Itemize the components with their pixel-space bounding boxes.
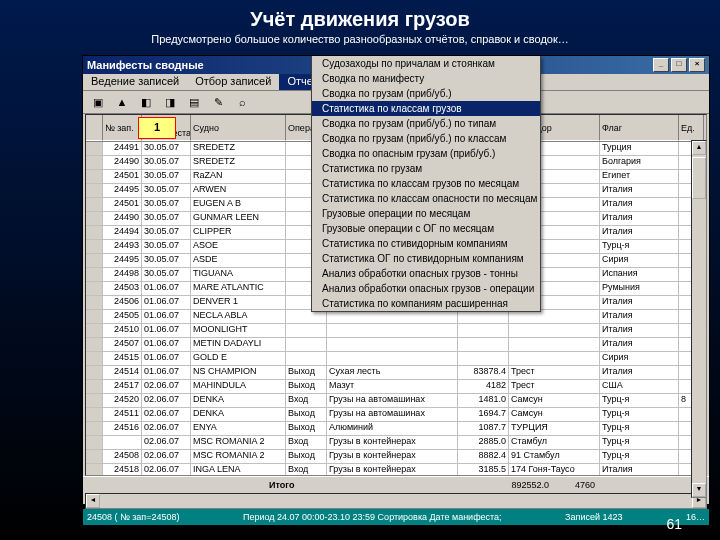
- menu-item[interactable]: Грузовые операции с ОГ по месяцам: [312, 221, 540, 236]
- menu-item[interactable]: Сводка по манифесту: [312, 71, 540, 86]
- status-count: Записей 1423: [565, 512, 622, 522]
- table-row[interactable]: 2451102.06.07DENKAВыходГрузы на автомаши…: [86, 408, 706, 422]
- menu-item[interactable]: Статистика по грузам: [312, 161, 540, 176]
- menu-item[interactable]: Статистика по классам грузов по месяцам: [312, 176, 540, 191]
- status-bar: 24508 ( № зап=24508) Период 24.07 00:00-…: [83, 509, 709, 525]
- page-number: 61: [666, 516, 682, 532]
- scroll-down-button[interactable]: ▼: [692, 483, 706, 497]
- window-title: Манифесты сводные: [87, 59, 204, 71]
- table-row[interactable]: 2451602.06.07ENYAВыходАлюминий1087.7ТУРЦ…: [86, 422, 706, 436]
- scroll-thumb[interactable]: [692, 157, 706, 199]
- column-header[interactable]: № зап.: [103, 115, 142, 141]
- menu-item[interactable]: Статистика по классам грузов: [312, 101, 540, 116]
- toolbar-button[interactable]: ◨: [159, 92, 181, 112]
- toolbar-button[interactable]: ▣: [87, 92, 109, 112]
- highlight-badge: 1: [138, 117, 176, 139]
- table-row[interactable]: 2450802.06.07MSC ROMANIA 2ВыходГрузы в к…: [86, 450, 706, 464]
- menu-item[interactable]: Анализ обработки опасных грузов - операц…: [312, 281, 540, 296]
- scroll-up-button[interactable]: ▲: [692, 141, 706, 155]
- table-row[interactable]: 02.06.07MSC ROMANIA 2ВходГрузы в контейн…: [86, 436, 706, 450]
- menu-item[interactable]: Грузовые операции по месяцам: [312, 206, 540, 221]
- menu-item[interactable]: Статистика по стивидорным компаниям: [312, 236, 540, 251]
- menu-item[interactable]: Сводка по грузам (приб/уб.) по классам: [312, 131, 540, 146]
- toolbar-button[interactable]: ▲: [111, 92, 133, 112]
- vertical-scrollbar[interactable]: ▲ ▼: [691, 140, 707, 498]
- reports-menu: Судозаходы по причалам и стоянкамСводка …: [311, 56, 541, 312]
- status-record: 24508 ( № зап=24508): [87, 512, 179, 522]
- scroll-left-button[interactable]: ◄: [86, 494, 100, 508]
- minimize-button[interactable]: _: [653, 58, 669, 72]
- menu-item[interactable]: Судозаходы по причалам и стоянкам: [312, 56, 540, 71]
- table-row[interactable]: 2451802.06.07INGA LENAВходГрузы в контей…: [86, 464, 706, 476]
- toolbar-button[interactable]: ⌕: [231, 92, 253, 112]
- close-button[interactable]: ×: [689, 58, 705, 72]
- menu-item[interactable]: Сводка по грузам (приб/уб.): [312, 86, 540, 101]
- menu-отбор-записей[interactable]: Отбор записей: [187, 74, 279, 90]
- menu-item[interactable]: Статистика ОГ по стивидорным компаниям: [312, 251, 540, 266]
- column-header[interactable]: Флаг: [600, 115, 679, 141]
- horizontal-scrollbar[interactable]: ◄ ►: [85, 493, 707, 509]
- slide-title: Учёт движения грузов: [0, 0, 720, 33]
- menu-item[interactable]: Статистика по классам опасности по месяц…: [312, 191, 540, 206]
- menu-item[interactable]: Анализ обработки опасных грузов - тонны: [312, 266, 540, 281]
- app-window: Манифесты сводные _ □ × Ведение записейО…: [82, 55, 710, 505]
- status-extra: 16…: [686, 512, 705, 522]
- toolbar-button[interactable]: ✎: [207, 92, 229, 112]
- table-row[interactable]: 2451702.06.07MAHINDULAВыходМазут4182Трес…: [86, 380, 706, 394]
- table-row[interactable]: 2451401.06.07NS CHAMPIONВыходСухая лесть…: [86, 366, 706, 380]
- menu-ведение-записей[interactable]: Ведение записей: [83, 74, 187, 90]
- table-row[interactable]: 2450501.06.07NECLA ABLAИталия: [86, 310, 706, 324]
- column-header[interactable]: [86, 115, 103, 141]
- toolbar-button[interactable]: ▤: [183, 92, 205, 112]
- toolbar-button[interactable]: ◧: [135, 92, 157, 112]
- menu-item[interactable]: Статистика по компаниям расширенная: [312, 296, 540, 311]
- summary-row: Итого 892552.0 4760: [83, 476, 709, 493]
- slide-subtitle: Предусмотрено большое количество разнооб…: [0, 33, 720, 51]
- table-row[interactable]: 2452002.06.07DENKAВходГрузы на автомашин…: [86, 394, 706, 408]
- column-header[interactable]: Судно: [191, 115, 286, 141]
- maximize-button[interactable]: □: [671, 58, 687, 72]
- column-header[interactable]: Ед.: [679, 115, 704, 141]
- table-row[interactable]: 2450701.06.07METIN DADAYLIИталия: [86, 338, 706, 352]
- status-period: Период 24.07 00:00-23.10 23:59 Сортировк…: [243, 512, 502, 522]
- menu-item[interactable]: Сводка по опасным грузам (приб/уб.): [312, 146, 540, 161]
- menu-item[interactable]: Сводка по грузам (приб/уб.) по типам: [312, 116, 540, 131]
- table-row[interactable]: 2451001.06.07MOONLIGHTИталия: [86, 324, 706, 338]
- table-row[interactable]: 2451501.06.07GOLD EСирия: [86, 352, 706, 366]
